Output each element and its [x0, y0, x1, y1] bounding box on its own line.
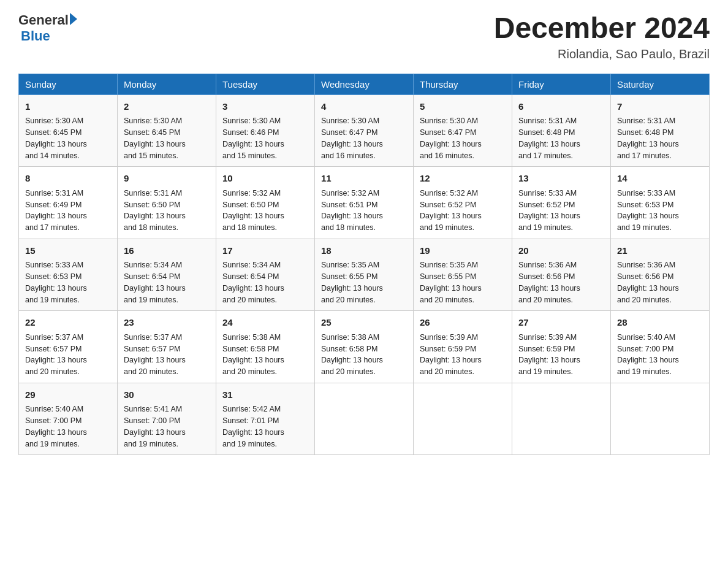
sunset-info: Sunset: 6:53 PM	[25, 272, 82, 281]
sunset-info: Sunset: 6:59 PM	[420, 345, 476, 353]
calendar-cell: 10 Sunrise: 5:32 AM Sunset: 6:50 PM Dayl…	[216, 167, 315, 239]
daylight-minutes-info: and 16 minutes.	[321, 151, 376, 160]
sunrise-info: Sunrise: 5:30 AM	[321, 117, 379, 125]
daylight-minutes-info: and 19 minutes.	[617, 367, 672, 376]
day-number: 25	[321, 316, 407, 330]
daylight-info: Daylight: 13 hours	[124, 140, 186, 148]
day-number: 19	[420, 244, 506, 258]
calendar-cell: 25 Sunrise: 5:38 AM Sunset: 6:58 PM Dayl…	[315, 311, 414, 383]
calendar-week-row: 29 Sunrise: 5:40 AM Sunset: 7:00 PM Dayl…	[19, 383, 710, 455]
day-number: 20	[518, 244, 604, 258]
sunrise-info: Sunrise: 5:39 AM	[518, 333, 577, 342]
daylight-minutes-info: and 19 minutes.	[518, 367, 573, 376]
daylight-minutes-info: and 17 minutes.	[617, 151, 672, 160]
sunset-info: Sunset: 6:52 PM	[420, 201, 476, 209]
calendar-cell: 30 Sunrise: 5:41 AM Sunset: 7:00 PM Dayl…	[118, 383, 216, 455]
daylight-minutes-info: and 19 minutes.	[420, 223, 474, 232]
sunrise-info: Sunrise: 5:35 AM	[321, 261, 379, 269]
sunrise-info: Sunrise: 5:34 AM	[124, 261, 182, 269]
sunrise-info: Sunrise: 5:38 AM	[321, 333, 379, 342]
calendar-cell: 18 Sunrise: 5:35 AM Sunset: 6:55 PM Dayl…	[315, 239, 414, 311]
calendar-cell: 2 Sunrise: 5:30 AM Sunset: 6:45 PM Dayli…	[118, 94, 216, 167]
daylight-minutes-info: and 20 minutes.	[420, 296, 474, 304]
sunset-info: Sunset: 7:00 PM	[124, 416, 180, 425]
daylight-info: Daylight: 13 hours	[124, 212, 186, 220]
calendar-week-row: 15 Sunrise: 5:33 AM Sunset: 6:53 PM Dayl…	[19, 239, 710, 311]
calendar-cell	[414, 383, 512, 455]
daylight-info: Daylight: 13 hours	[25, 284, 87, 293]
header-day-wednesday: Wednesday	[315, 74, 414, 94]
calendar-cell: 24 Sunrise: 5:38 AM Sunset: 6:58 PM Dayl…	[216, 311, 315, 383]
daylight-minutes-info: and 19 minutes.	[124, 296, 178, 304]
daylight-minutes-info: and 18 minutes.	[321, 223, 376, 232]
title-area: December 2024 Riolandia, Sao Paulo, Braz…	[494, 12, 710, 61]
sunrise-info: Sunrise: 5:40 AM	[617, 333, 675, 342]
daylight-info: Daylight: 13 hours	[25, 428, 87, 437]
daylight-info: Daylight: 13 hours	[518, 212, 580, 220]
sunset-info: Sunset: 6:58 PM	[222, 345, 279, 353]
calendar-cell: 4 Sunrise: 5:30 AM Sunset: 6:47 PM Dayli…	[315, 94, 414, 167]
sunset-info: Sunset: 6:56 PM	[518, 272, 575, 281]
calendar-cell: 29 Sunrise: 5:40 AM Sunset: 7:00 PM Dayl…	[19, 383, 118, 455]
calendar-cell: 6 Sunrise: 5:31 AM Sunset: 6:48 PM Dayli…	[512, 94, 611, 167]
header-day-saturday: Saturday	[611, 74, 710, 94]
sunset-info: Sunset: 6:48 PM	[617, 128, 673, 137]
daylight-info: Daylight: 13 hours	[321, 356, 383, 364]
day-number: 28	[617, 316, 703, 330]
daylight-info: Daylight: 13 hours	[518, 356, 580, 364]
sunrise-info: Sunrise: 5:30 AM	[124, 117, 182, 125]
daylight-info: Daylight: 13 hours	[617, 212, 679, 220]
sunrise-info: Sunrise: 5:30 AM	[222, 117, 281, 125]
day-number: 15	[25, 244, 111, 258]
sunset-info: Sunset: 6:49 PM	[25, 201, 82, 209]
daylight-minutes-info: and 20 minutes.	[222, 367, 277, 376]
day-number: 3	[222, 100, 308, 114]
calendar-header-row: SundayMondayTuesdayWednesdayThursdayFrid…	[19, 74, 710, 94]
sunset-info: Sunset: 6:57 PM	[25, 345, 82, 353]
daylight-info: Daylight: 13 hours	[518, 140, 580, 148]
sunrise-info: Sunrise: 5:33 AM	[25, 261, 83, 269]
daylight-minutes-info: and 19 minutes.	[25, 296, 80, 304]
daylight-minutes-info: and 19 minutes.	[617, 223, 672, 232]
calendar-cell: 17 Sunrise: 5:34 AM Sunset: 6:54 PM Dayl…	[216, 239, 315, 311]
month-title: December 2024	[494, 12, 710, 45]
calendar-cell: 20 Sunrise: 5:36 AM Sunset: 6:56 PM Dayl…	[512, 239, 611, 311]
daylight-info: Daylight: 13 hours	[420, 284, 482, 293]
day-number: 14	[617, 172, 703, 186]
day-number: 18	[321, 244, 407, 258]
sunrise-info: Sunrise: 5:39 AM	[420, 333, 478, 342]
sunrise-info: Sunrise: 5:30 AM	[25, 117, 83, 125]
calendar-week-row: 1 Sunrise: 5:30 AM Sunset: 6:45 PM Dayli…	[19, 94, 710, 167]
sunrise-info: Sunrise: 5:30 AM	[420, 117, 478, 125]
calendar-cell: 12 Sunrise: 5:32 AM Sunset: 6:52 PM Dayl…	[414, 167, 512, 239]
logo: General Blue	[18, 12, 77, 44]
sunset-info: Sunset: 7:00 PM	[617, 345, 673, 353]
header-day-tuesday: Tuesday	[216, 74, 315, 94]
daylight-minutes-info: and 16 minutes.	[420, 151, 474, 160]
daylight-info: Daylight: 13 hours	[25, 212, 87, 220]
day-number: 7	[617, 100, 703, 114]
sunrise-info: Sunrise: 5:33 AM	[617, 189, 675, 197]
logo-triangle-icon	[70, 13, 77, 25]
sunset-info: Sunset: 6:59 PM	[518, 345, 575, 353]
calendar-cell: 13 Sunrise: 5:33 AM Sunset: 6:52 PM Dayl…	[512, 167, 611, 239]
calendar-table: SundayMondayTuesdayWednesdayThursdayFrid…	[18, 74, 710, 456]
calendar-cell: 27 Sunrise: 5:39 AM Sunset: 6:59 PM Dayl…	[512, 311, 611, 383]
daylight-minutes-info: and 19 minutes.	[124, 440, 178, 448]
daylight-info: Daylight: 13 hours	[222, 356, 284, 364]
day-number: 29	[25, 388, 111, 402]
daylight-info: Daylight: 13 hours	[222, 212, 284, 220]
sunset-info: Sunset: 7:01 PM	[222, 416, 279, 425]
sunrise-info: Sunrise: 5:38 AM	[222, 333, 281, 342]
daylight-info: Daylight: 13 hours	[420, 140, 482, 148]
header-day-thursday: Thursday	[414, 74, 512, 94]
sunrise-info: Sunrise: 5:42 AM	[222, 405, 281, 413]
header-day-monday: Monday	[118, 74, 216, 94]
sunrise-info: Sunrise: 5:37 AM	[124, 333, 182, 342]
logo-blue-text: Blue	[21, 28, 50, 44]
location-title: Riolandia, Sao Paulo, Brazil	[494, 47, 710, 61]
calendar-cell: 1 Sunrise: 5:30 AM Sunset: 6:45 PM Dayli…	[19, 94, 118, 167]
daylight-minutes-info: and 20 minutes.	[420, 367, 474, 376]
sunrise-info: Sunrise: 5:37 AM	[25, 333, 83, 342]
daylight-info: Daylight: 13 hours	[518, 284, 580, 293]
